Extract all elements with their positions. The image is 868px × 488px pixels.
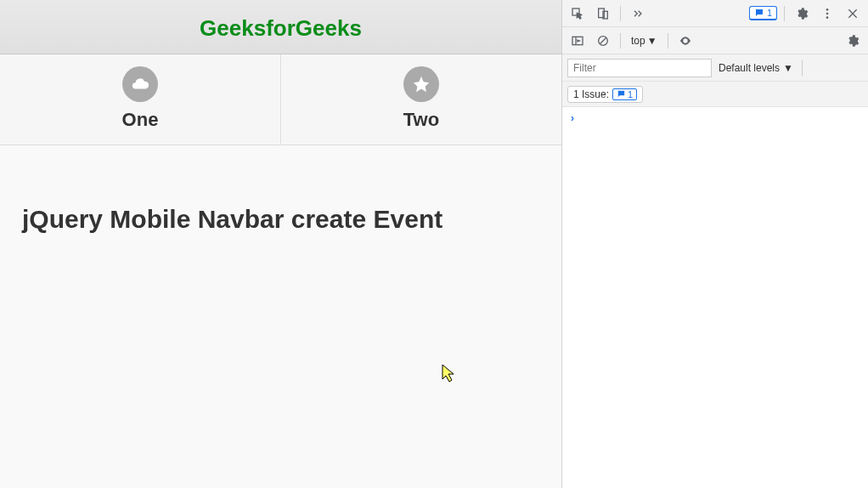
svg-point-5 — [826, 16, 829, 19]
live-expression-icon[interactable] — [675, 31, 696, 51]
console-filter-bar: Default levels ▼ — [562, 54, 868, 82]
navbar-item-two[interactable]: Two — [281, 54, 561, 145]
divider — [620, 33, 621, 48]
chevron-down-icon: ▼ — [647, 35, 657, 47]
clear-console-icon[interactable] — [593, 31, 613, 51]
devtools-panel: 1 top ▼ — [562, 0, 868, 488]
svg-point-3 — [826, 9, 829, 11]
console-prompt-icon: › — [571, 112, 574, 124]
issues-pill[interactable]: 1 Issue: 1 — [567, 86, 643, 103]
settings-icon[interactable] — [792, 3, 812, 24]
chat-icon — [754, 8, 764, 18]
chevron-down-icon: ▼ — [783, 62, 793, 74]
message-count: 1 — [767, 8, 772, 18]
svg-point-4 — [826, 12, 829, 14]
divider — [802, 60, 803, 76]
page-title: GeeksforGeeks — [0, 15, 561, 42]
console-output[interactable]: › — [562, 107, 868, 488]
issues-count-badge: 1 — [612, 88, 637, 100]
navbar-item-label: One — [0, 109, 280, 131]
navbar-item-one[interactable]: One — [0, 54, 281, 145]
page-header: GeeksforGeeks — [0, 0, 561, 54]
chat-icon — [617, 89, 626, 99]
device-toolbar-icon[interactable] — [593, 3, 613, 24]
context-selector[interactable]: top ▼ — [628, 35, 661, 47]
navbar: One Two — [0, 54, 561, 145]
divider — [668, 33, 668, 48]
levels-label: Default levels — [719, 62, 780, 74]
issues-label: 1 Issue: — [573, 88, 609, 100]
filter-input[interactable] — [567, 59, 712, 77]
log-levels-selector[interactable]: Default levels ▼ — [719, 62, 793, 74]
more-tabs-icon[interactable] — [628, 3, 648, 24]
devtools-tabstrip: 1 — [562, 0, 868, 27]
divider — [620, 6, 621, 21]
inspect-element-icon[interactable] — [567, 3, 588, 24]
issues-count: 1 — [628, 89, 633, 99]
divider — [784, 6, 785, 21]
console-toolbar: top ▼ — [562, 27, 868, 54]
close-devtools-icon[interactable] — [843, 3, 863, 24]
console-settings-icon[interactable] — [843, 31, 863, 51]
rendered-page: GeeksforGeeks One Two jQuery Mobile Navb… — [0, 0, 562, 488]
kebab-menu-icon[interactable] — [817, 3, 837, 24]
navbar-item-label: Two — [281, 109, 561, 131]
console-messages-badge[interactable]: 1 — [749, 6, 777, 20]
content-heading: jQuery Mobile Navbar create Event — [22, 205, 539, 234]
show-console-sidebar-icon[interactable] — [567, 31, 588, 51]
context-label: top — [631, 35, 645, 47]
cloud-icon — [122, 66, 158, 102]
issues-bar: 1 Issue: 1 — [562, 82, 868, 107]
mouse-cursor-icon — [442, 364, 457, 383]
star-icon — [403, 66, 439, 102]
page-content: jQuery Mobile Navbar create Event — [0, 145, 561, 293]
